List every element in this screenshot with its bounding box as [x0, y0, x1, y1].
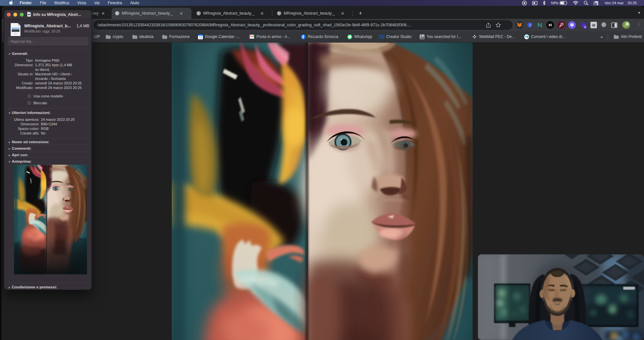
- svg-text:M: M: [592, 23, 595, 27]
- svg-text:5: 5: [585, 26, 586, 28]
- svg-text:31: 31: [199, 36, 202, 39]
